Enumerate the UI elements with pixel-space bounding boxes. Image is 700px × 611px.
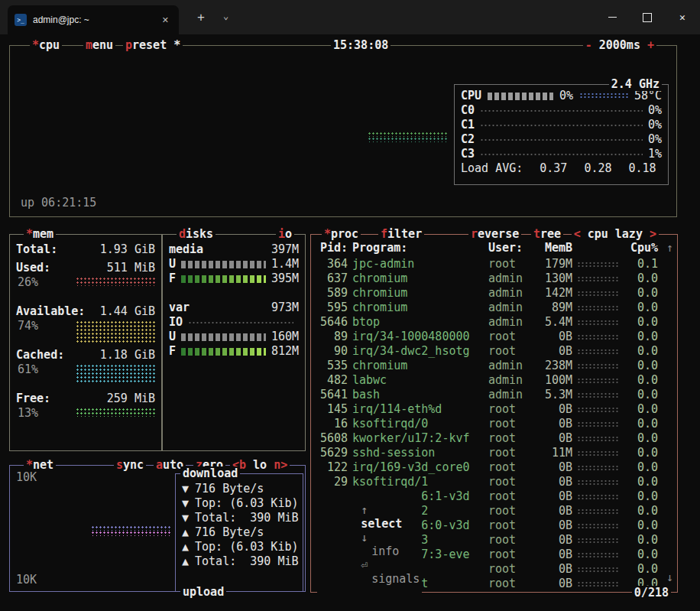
mem-entry-label: Free: (16, 392, 50, 406)
mem-total-value: 1.93 GiB (100, 242, 155, 257)
disk-meter-value: 812M (271, 344, 299, 359)
process-user: root (488, 344, 531, 359)
header-cpu[interactable]: Cpu% (624, 241, 658, 255)
process-cpu: 0.0 (624, 417, 658, 431)
process-user: root (488, 504, 531, 518)
mem-box-title[interactable]: *mem (24, 227, 56, 241)
close-button[interactable]: ✕ (665, 0, 700, 34)
preset-button[interactable]: preset * (123, 38, 183, 52)
process-user: root (488, 330, 531, 344)
tree-button[interactable]: tree (531, 227, 563, 241)
process-row[interactable]: 90irq/34-dwc2_hsotgroot0B0.0 (311, 344, 665, 359)
disk-meter (181, 333, 266, 341)
core-label: C1 (461, 118, 475, 132)
tab-dropdown-icon[interactable]: ⌄ (223, 11, 228, 21)
net-arrow-icon: ▲ (182, 540, 189, 554)
process-row[interactable]: 122irq/169-v3d_core0root0B0.0 (311, 460, 665, 475)
disks-box-title[interactable]: disks (177, 227, 216, 241)
process-pid: 122 (317, 460, 348, 475)
process-cpu-graph (577, 378, 620, 383)
process-cpu: 0.0 (624, 402, 658, 417)
process-mem: 89M (536, 301, 572, 315)
process-mem: 11M (536, 446, 572, 460)
header-mem[interactable]: MemB (536, 241, 572, 255)
scroll-down-icon[interactable]: ↓ (666, 570, 673, 584)
mem-entry-label: Available: (16, 304, 85, 319)
process-cpu-graph (577, 509, 620, 514)
cpu-box-title[interactable]: *cpu (30, 38, 62, 52)
disk-row: var973M (169, 301, 299, 315)
process-name: irq/169-v3d_core0 (352, 460, 484, 475)
scroll-up-icon[interactable]: ↑ (666, 241, 673, 255)
sort-selector[interactable]: < cpu lazy > (572, 227, 659, 241)
process-row[interactable]: 16ksoftirqd/0root0B0.0 (311, 417, 665, 431)
header-user[interactable]: User: (488, 241, 531, 255)
process-row[interactable]: 5608kworker/u17:2-kvfroot0B0.0 (311, 431, 665, 446)
process-cpu-graph (577, 276, 620, 281)
process-cpu: 0.0 (624, 533, 658, 548)
new-tab-button[interactable]: + (197, 10, 205, 25)
process-row[interactable]: 364jpc-adminroot179M0.1 (311, 257, 665, 271)
process-name: irq/114-eth%d (352, 402, 484, 417)
header-pid[interactable]: Pid: (317, 241, 348, 255)
disk-name: var (169, 301, 190, 315)
proc-panel: *proc filter reverse tree < cpu lazy > P… (310, 234, 678, 593)
cpu-core-list: C00%C10%C20%C31% (455, 103, 668, 161)
cpu-core-row: C20% (455, 132, 668, 147)
process-user: root (488, 548, 531, 562)
process-row[interactable]: 145irq/114-eth%droot0B0.0 (311, 402, 665, 417)
process-row[interactable]: 535chromiumadmin238M0.0 (311, 359, 665, 373)
download-title: download (180, 466, 240, 480)
process-user: admin (488, 301, 531, 315)
process-cpu-graph (577, 421, 620, 427)
process-name: kworker/u17:2-kvf (352, 431, 484, 446)
process-mem: 0B (536, 562, 572, 577)
proc-box-title[interactable]: *proc (322, 227, 361, 241)
maximize-button[interactable] (630, 0, 665, 34)
disk-size: 397M (271, 242, 299, 257)
net-stat-value: Top: (6.03 Kib) (195, 540, 298, 554)
process-row[interactable]: 5629sshd-sessionroot11M0.0 (311, 446, 665, 460)
enter-icon: ⏎ (361, 558, 368, 572)
minimize-button[interactable] (595, 0, 630, 34)
filter-button[interactable]: filter (378, 227, 424, 241)
header-program[interactable]: Program: (352, 241, 484, 255)
io-mode-button[interactable]: io (276, 227, 294, 241)
net-sync-button[interactable]: sync (114, 458, 146, 472)
process-user: root (488, 257, 531, 271)
cpu-meter (488, 93, 553, 100)
mem-entry-value: 259 MiB (107, 392, 155, 406)
process-row[interactable]: 5646btopadmin5.4M0.0 (311, 315, 665, 330)
tab-close-icon[interactable]: ✕ (159, 14, 172, 27)
net-arrow-icon: ▼ (182, 482, 189, 496)
terminal-tab[interactable]: >_ admin@jpc: ~ ✕ (8, 5, 179, 34)
process-cpu: 0.0 (624, 271, 658, 286)
process-row[interactable]: 482labwcadmin100M0.0 (311, 373, 665, 388)
process-name: ksoftirqd/1 (352, 475, 484, 489)
process-mem: 0B (536, 330, 572, 344)
info-button[interactable]: info (371, 544, 399, 558)
process-count: 0/218 (632, 586, 671, 600)
select-up-icon[interactable]: ↑ (361, 503, 368, 517)
cpu-core-row: C31% (455, 147, 668, 161)
net-stat-list: ▼716 Byte/s▼Top: (6.03 Kib)▼Total: 390 M… (176, 482, 303, 569)
process-row[interactable]: 5641bashadmin5.3M0.0 (311, 388, 665, 402)
process-cpu-graph (577, 349, 620, 354)
process-row[interactable]: 89irq/34-1000480000root0B0.0 (311, 330, 665, 344)
disk-row: F812M (169, 344, 299, 359)
process-user: root (488, 533, 531, 548)
process-user: root (488, 446, 531, 460)
mem-entry-pct: 74% (18, 319, 38, 333)
select-down-icon[interactable]: ↓ (361, 531, 368, 544)
process-mem: 0B (536, 475, 572, 489)
process-row[interactable]: 637chromiumadmin130M0.0 (311, 271, 665, 286)
reverse-button[interactable]: reverse (468, 227, 521, 241)
menu-button[interactable]: menu (83, 38, 115, 52)
select-label[interactable]: select (361, 517, 402, 531)
process-name: bash (352, 388, 484, 402)
signals-button[interactable]: signals (371, 572, 420, 586)
interval-control[interactable]: - 2000ms + (583, 38, 656, 52)
process-row[interactable]: 595chromiumadmin89M0.0 (311, 301, 665, 315)
process-row[interactable]: 29ksoftirqd/1root0B0.0 (311, 475, 665, 489)
process-row[interactable]: 589chromiumadmin142M0.0 (311, 286, 665, 301)
